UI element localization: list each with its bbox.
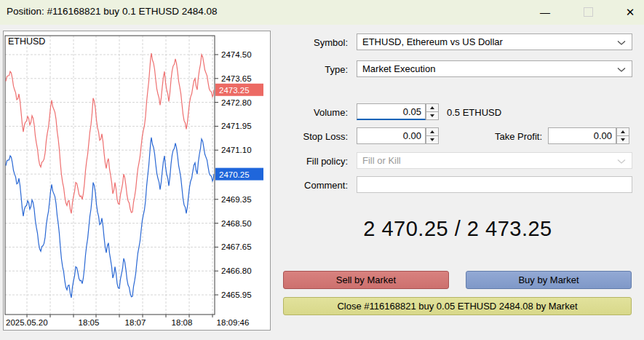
ask-badge-label: 2473.25: [219, 86, 250, 95]
y-axis-label: 2473.65: [221, 74, 252, 83]
y-axis-label: 2471.95: [221, 122, 252, 130]
arrow-down-icon: [621, 138, 625, 141]
buy-by-market-button[interactable]: Buy by Market: [466, 271, 632, 289]
maximize-button: [573, 0, 603, 24]
volume-note: 0.5 ETHUSD: [447, 107, 501, 118]
chevron-down-icon: [617, 40, 626, 46]
title-bar: Position: #116168821 buy 0.1 ETHUSD 2484…: [0, 0, 644, 25]
stop-loss-spin-up-button[interactable]: [426, 127, 439, 136]
bid-line: [6, 138, 214, 298]
y-axis-label: 2468.50: [221, 219, 252, 228]
x-axis-label: 18:05: [79, 318, 100, 327]
y-axis-label: 2467.65: [221, 242, 252, 251]
arrow-up-icon: [621, 130, 625, 133]
y-axis-label: 2472.80: [221, 98, 252, 107]
close-window-button[interactable]: ✕: [616, 0, 644, 24]
tick-chart: 2474.502473.652472.802471.952471.102469.…: [4, 31, 270, 330]
y-axis-label: 2465.95: [221, 290, 252, 299]
minimize-icon: —: [540, 7, 550, 18]
bid-ask-quote: 2 470.25 / 2 473.25: [284, 217, 632, 241]
volume-input[interactable]: [357, 103, 426, 120]
x-axis-label: 18:07: [125, 318, 146, 327]
symbol-select-value: ETHUSD, Ethereum vs US Dollar: [362, 36, 503, 47]
volume-spin-up-button[interactable]: [426, 103, 439, 112]
volume-spin-down-button[interactable]: [426, 112, 439, 120]
fill-policy-value: Fill or Kill: [362, 155, 401, 166]
sell-by-market-button[interactable]: Sell by Market: [283, 271, 449, 289]
stop-loss-label: Stop Loss:: [282, 131, 348, 142]
stop-loss-spin-down-button[interactable]: [426, 136, 439, 144]
type-label: Type:: [282, 64, 348, 75]
window-title: Position: #116168821 buy 0.1 ETHUSD 2484…: [7, 6, 217, 17]
take-profit-spin-up-button[interactable]: [616, 127, 629, 136]
x-axis-label: 2025.05.20: [6, 318, 48, 327]
take-profit-spin-down-button[interactable]: [616, 136, 629, 144]
fill-policy-label: Fill policy:: [282, 156, 348, 167]
order-type-value: Market Execution: [362, 63, 435, 74]
close-position-button[interactable]: Close #116168821 buy 0.05 ETHUSD 2484.08…: [283, 297, 632, 315]
tick-chart-panel[interactable]: 2474.502473.652472.802471.952471.102469.…: [3, 31, 271, 331]
close-icon: ✕: [626, 6, 635, 19]
stop-loss-spinner: [426, 127, 439, 144]
ask-line: [6, 53, 214, 213]
stop-loss-input[interactable]: [357, 127, 426, 144]
arrow-up-icon: [430, 130, 434, 133]
bid-badge-label: 2470.25: [219, 170, 250, 179]
x-axis-label: 18:08: [172, 318, 193, 327]
chevron-down-icon: [617, 159, 626, 165]
volume-label: Volume:: [282, 107, 348, 118]
order-type-select[interactable]: Market Execution: [357, 60, 632, 77]
fill-policy-select: Fill or Kill: [357, 152, 632, 169]
chevron-down-icon: [617, 67, 626, 73]
arrow-up-icon: [430, 106, 434, 109]
minimize-button[interactable]: —: [530, 0, 560, 24]
take-profit-input[interactable]: [548, 127, 616, 144]
chart-symbol-label: ETHUSD: [8, 36, 45, 47]
take-profit-spinner: [616, 127, 629, 144]
symbol-select[interactable]: ETHUSD, Ethereum vs US Dollar: [357, 33, 632, 50]
symbol-label: Symbol:: [282, 37, 348, 48]
maximize-icon: [584, 7, 593, 17]
arrow-down-icon: [430, 138, 434, 141]
arrow-down-icon: [430, 114, 434, 117]
y-axis-label: 2466.80: [221, 266, 252, 275]
y-axis-label: 2474.50: [221, 50, 252, 59]
volume-spinner: [426, 103, 439, 120]
y-axis-label: 2469.35: [221, 195, 252, 204]
comment-input[interactable]: [357, 176, 632, 193]
y-axis-label: 2471.10: [221, 146, 252, 154]
x-axis-label: 18:09:46: [217, 318, 250, 327]
take-profit-label: Take Profit:: [473, 131, 542, 142]
comment-label: Comment:: [282, 180, 348, 191]
